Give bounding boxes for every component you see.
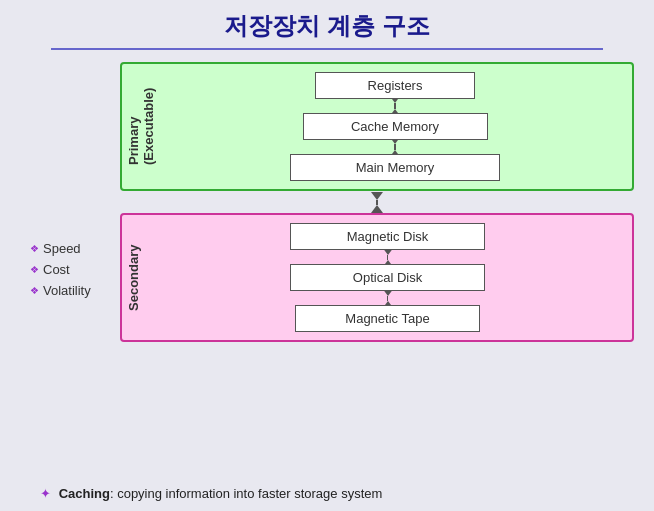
cache-memory-box: Cache Memory	[303, 113, 488, 140]
speed-label: ❖ Speed	[30, 241, 110, 256]
secondary-section: Secondary Magnetic Disk Optical Disk	[120, 213, 634, 342]
secondary-boxes: Magnetic Disk Optical Disk	[151, 223, 624, 332]
main-content: ❖ Speed ❖ Cost ❖ Volatility Primary(Exec…	[20, 62, 634, 476]
arrow-registers-cache	[389, 101, 401, 111]
title-divider	[51, 48, 604, 50]
primary-section: Primary(Executable) Registers Cache Memo…	[120, 62, 634, 191]
cost-label: ❖ Cost	[30, 262, 110, 277]
registers-box: Registers	[315, 72, 475, 99]
caching-bold: Caching	[59, 486, 110, 501]
two-way-arrow	[371, 192, 383, 213]
optical-disk-box: Optical Disk	[290, 264, 485, 291]
caching-star-icon: ✦	[40, 486, 51, 501]
volatility-label: ❖ Volatility	[30, 283, 110, 298]
arrow-primary-secondary	[120, 197, 634, 207]
arrow-up-icon	[371, 205, 383, 213]
arrow-cache-main	[389, 142, 401, 152]
primary-label: Primary(Executable)	[122, 72, 160, 181]
bullet-icon: ❖	[30, 264, 39, 275]
arrow-optical-tape	[382, 293, 394, 303]
secondary-label: Secondary	[122, 223, 145, 332]
diagram-area: Primary(Executable) Registers Cache Memo…	[120, 62, 634, 476]
magnetic-disk-box: Magnetic Disk	[290, 223, 485, 250]
caching-rest: : copying information into faster storag…	[110, 486, 382, 501]
left-labels: ❖ Speed ❖ Cost ❖ Volatility	[20, 62, 110, 476]
magnetic-tape-box: Magnetic Tape	[295, 305, 480, 332]
primary-boxes: Registers Cache Memory	[166, 72, 624, 181]
arrow-mag-optical	[382, 252, 394, 262]
page-title: 저장장치 계층 구조	[224, 10, 429, 42]
bullet-icon: ❖	[30, 243, 39, 254]
caching-note: ✦ Caching: copying information into fast…	[20, 486, 634, 501]
main-memory-box: Main Memory	[290, 154, 500, 181]
arrow-down-icon	[371, 192, 383, 200]
bullet-icon: ❖	[30, 285, 39, 296]
